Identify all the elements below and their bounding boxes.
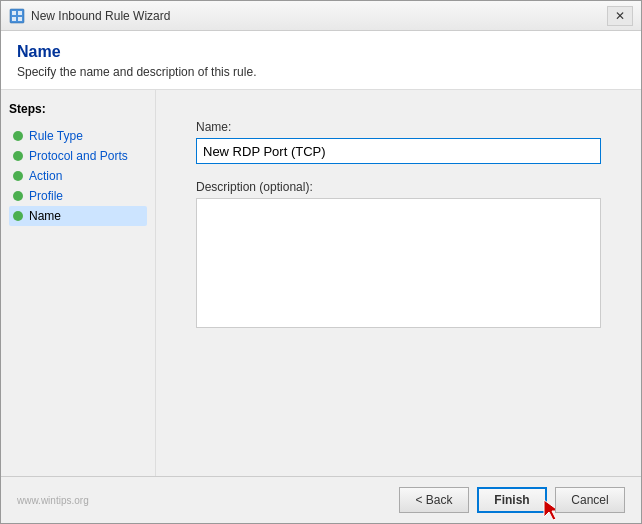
svg-rect-3 [12,17,16,21]
sidebar-label-protocol: Protocol and Ports [29,149,128,163]
step-dot-action [13,171,23,181]
sidebar-label-name: Name [29,209,61,223]
description-field-group: Description (optional): [196,180,601,331]
main-section: Steps: Rule Type Protocol and Ports Acti… [1,90,641,476]
bottom-bar: www.wintips.org < Back Finish Cancel [1,476,641,523]
name-field-group: Name: [196,120,601,164]
description-label: Description (optional): [196,180,601,194]
cancel-button[interactable]: Cancel [555,487,625,513]
svg-rect-4 [18,17,22,21]
name-label: Name: [196,120,601,134]
window-icon [9,8,25,24]
steps-title: Steps: [9,102,147,116]
wizard-header: Name Specify the name and description of… [1,31,641,90]
sidebar-label-action: Action [29,169,62,183]
step-dot-name [13,211,23,221]
page-subtitle: Specify the name and description of this… [17,65,625,79]
description-input[interactable] [196,198,601,328]
sidebar-item-name[interactable]: Name [9,206,147,226]
title-bar: New Inbound Rule Wizard ✕ [1,1,641,31]
step-dot-protocol [13,151,23,161]
close-button[interactable]: ✕ [607,6,633,26]
back-button[interactable]: < Back [399,487,469,513]
step-dot-rule-type [13,131,23,141]
svg-rect-2 [18,11,22,15]
steps-sidebar: Steps: Rule Type Protocol and Ports Acti… [1,90,156,476]
watermark: www.wintips.org [17,495,89,506]
sidebar-item-action[interactable]: Action [9,166,147,186]
step-dot-profile [13,191,23,201]
wizard-window: New Inbound Rule Wizard ✕ Name Specify t… [0,0,642,524]
name-input[interactable] [196,138,601,164]
window-title: New Inbound Rule Wizard [31,9,607,23]
sidebar-item-protocol[interactable]: Protocol and Ports [9,146,147,166]
form-area: Name: Description (optional): [156,90,641,476]
sidebar-label-rule-type: Rule Type [29,129,83,143]
finish-button[interactable]: Finish [477,487,547,513]
sidebar-item-profile[interactable]: Profile [9,186,147,206]
sidebar-item-rule-type[interactable]: Rule Type [9,126,147,146]
sidebar-label-profile: Profile [29,189,63,203]
page-title: Name [17,43,625,61]
svg-rect-1 [12,11,16,15]
